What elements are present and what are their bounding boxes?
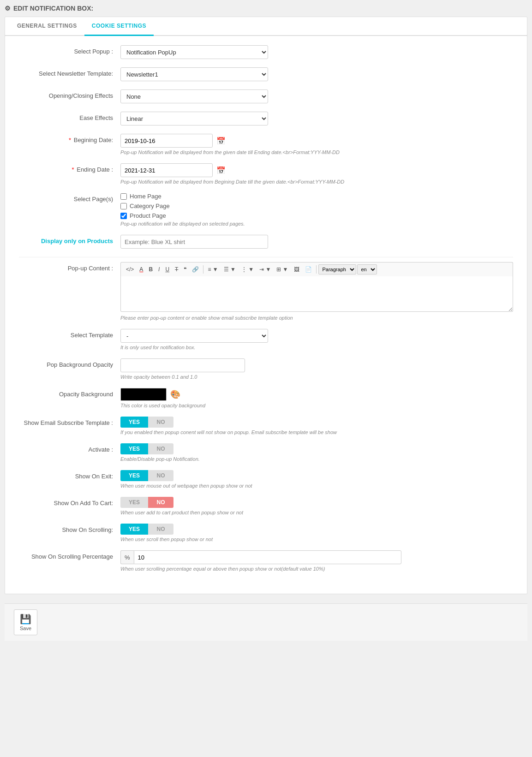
beginning-date-label: * Begining Date: (19, 134, 120, 143)
display-products-content (120, 235, 513, 249)
show-on-scrolling-no-btn[interactable]: NO (148, 524, 173, 535)
tab-cookie-settings[interactable]: COOKIE SETTINGS (84, 17, 154, 36)
pct-prefix: % (120, 550, 134, 564)
show-email-no-btn[interactable]: NO (148, 417, 173, 428)
tab-general-settings[interactable]: GENERAL SETTINGS (10, 17, 84, 36)
select-popup-dropdown[interactable]: Notification PopUp Newsletter PopUp Exit… (120, 45, 268, 59)
toolbar-file-btn[interactable]: 📄 (303, 265, 314, 274)
select-newsletter-row: Select Newsletter Template: Newsletter1 … (19, 67, 513, 81)
color-picker-icon[interactable]: 🎨 (170, 389, 180, 399)
toolbar-bold-btn[interactable]: B (146, 265, 155, 274)
toolbar-list-ul-btn[interactable]: ☰ ▼ (221, 265, 238, 274)
toolbar-underline-btn[interactable]: U (163, 265, 172, 274)
ease-effects-content: Linear Ease Ease In Ease Out (120, 112, 513, 125)
select-newsletter-dropdown[interactable]: Newsletter1 Newsletter2 (120, 67, 268, 81)
save-label: Save (20, 626, 31, 631)
activate-no-btn[interactable]: NO (148, 443, 173, 454)
bottom-bar: 💾 Save (5, 603, 527, 641)
select-popup-row: Select Popup : Notification PopUp Newsle… (19, 45, 513, 59)
toolbar-code-btn[interactable]: </> (124, 265, 136, 274)
show-on-exit-toggle: YES NO (120, 470, 513, 481)
page-title: ⚙ EDIT NOTIFICATION BOX: (5, 5, 527, 12)
display-products-link[interactable]: Display only on Products (19, 235, 120, 244)
beginning-date-content: 📅 Pop-up Notification will be displayed … (120, 134, 513, 155)
select-popup-label: Select Popup : (19, 45, 120, 55)
main-panel: GENERAL SETTINGS COOKIE SETTINGS Select … (5, 17, 527, 594)
beginning-date-input[interactable] (120, 134, 213, 148)
ending-date-input[interactable] (120, 163, 213, 177)
toolbar-indent-btn[interactable]: ⇥ ▼ (257, 265, 273, 274)
toolbar-sep-2 (316, 265, 317, 274)
select-template-row: Select Template - Template 1 Template 2 … (19, 329, 513, 350)
show-on-exit-row: Show On Exit: YES NO When user mouse out… (19, 470, 513, 489)
activate-content: YES NO Enable/Disable pop-up Notificatio… (120, 443, 513, 462)
show-on-exit-no-btn[interactable]: NO (148, 470, 173, 481)
toolbar-italic-btn[interactable]: I (156, 265, 162, 274)
form-body: Select Popup : Notification PopUp Newsle… (5, 36, 527, 594)
beginning-date-row: * Begining Date: 📅 Pop-up Notification w… (19, 134, 513, 155)
show-add-to-cart-label: Show On Add To Cart: (19, 497, 120, 507)
checkbox-product-input[interactable] (120, 213, 127, 219)
opacity-bg-hint: This color is used opacity background (120, 403, 513, 408)
scrolling-pct-content: % When user scrolling percentage equal o… (120, 550, 513, 572)
checkbox-group: Home Page Category Page Product Page (120, 193, 513, 219)
checkbox-product[interactable]: Product Page (120, 212, 513, 219)
select-pages-row: Select Page(s) Home Page Category Page (19, 193, 513, 227)
show-on-scrolling-row: Show On Scrolling: YES NO When user scro… (19, 524, 513, 542)
ease-effects-dropdown[interactable]: Linear Ease Ease In Ease Out (120, 112, 268, 125)
show-on-scrolling-yes-btn[interactable]: YES (120, 524, 148, 535)
show-add-to-cart-yes-btn[interactable]: YES (120, 497, 148, 508)
show-on-exit-hint: When user mouse out of webpage then popu… (120, 483, 513, 489)
opacity-label: Pop Background Opacity (19, 358, 120, 368)
scrolling-pct-input-row: % (120, 550, 513, 564)
calendar-icon[interactable]: 📅 (216, 137, 226, 145)
scrolling-pct-label: Show On Scrolling Percentage (19, 550, 120, 560)
toolbar-paragraph-select[interactable]: Paragraph Heading 1 Heading 2 (318, 264, 356, 274)
checkbox-product-label: Product Page (130, 212, 166, 219)
toolbar-image-btn[interactable]: 🖼 (292, 265, 302, 274)
activate-yes-btn[interactable]: YES (120, 443, 148, 454)
popup-content-textarea[interactable] (120, 276, 513, 312)
toolbar-list-ol-btn[interactable]: ⋮ ▼ (239, 265, 256, 274)
activate-toggle: YES NO (120, 443, 513, 454)
toolbar-lang-select[interactable]: en fr (357, 264, 377, 274)
popup-content-hint: Please enter pop-up content or enable sh… (120, 315, 513, 321)
editor-toolbar: </> A B I U T ❝ 🔗 ≡ ▼ ☰ ▼ ⋮ ▼ ⇥ ▼ ⊞ ▼ (120, 262, 513, 276)
show-on-exit-content: YES NO When user mouse out of webpage th… (120, 470, 513, 489)
toolbar-sep-1 (203, 265, 203, 274)
beginning-date-hint: Pop-up Notification will be displayed fr… (120, 149, 513, 155)
save-button[interactable]: 💾 Save (14, 609, 37, 635)
show-email-toggle: YES NO (120, 417, 513, 428)
toolbar-align-btn[interactable]: ≡ ▼ (205, 265, 220, 274)
product-search-input[interactable] (120, 235, 268, 249)
checkbox-home-input[interactable] (120, 193, 127, 200)
color-swatch (120, 388, 167, 401)
toolbar-font-color-btn[interactable]: A (137, 265, 145, 274)
toolbar-table-btn[interactable]: ⊞ ▼ (274, 265, 290, 274)
select-template-dropdown[interactable]: - Template 1 Template 2 (120, 329, 268, 343)
scrolling-pct-hint: When user scrolling percentage equal or … (120, 566, 513, 572)
select-newsletter-label: Select Newsletter Template: (19, 67, 120, 77)
show-email-content: YES NO If you enabled then popup conent … (120, 417, 513, 435)
toolbar-link-btn[interactable]: 🔗 (190, 265, 201, 274)
show-add-to-cart-no-btn[interactable]: NO (148, 497, 173, 508)
checkbox-home[interactable]: Home Page (120, 193, 513, 200)
scrolling-pct-input[interactable] (134, 550, 401, 564)
calendar-icon-end[interactable]: 📅 (216, 166, 226, 175)
ending-date-wrap: 📅 (120, 163, 513, 177)
checkbox-category[interactable]: Category Page (120, 203, 513, 209)
opening-effects-row: Opening/Closing Effects None Fade Slide (19, 89, 513, 103)
select-pages-content: Home Page Category Page Product Page Pop… (120, 193, 513, 227)
show-email-yes-btn[interactable]: YES (120, 417, 148, 428)
toolbar-strikethrough-btn[interactable]: T (173, 265, 180, 274)
toolbar-blockquote-btn[interactable]: ❝ (181, 265, 189, 274)
show-add-to-cart-toggle: YES NO (120, 497, 513, 508)
ease-effects-row: Ease Effects Linear Ease Ease In Ease Ou… (19, 112, 513, 125)
ending-date-content: 📅 Pop-up Notification will be displayed … (120, 163, 513, 185)
show-add-to-cart-hint: When user add to cart product then popup… (120, 510, 513, 515)
checkbox-category-input[interactable] (120, 203, 127, 209)
opening-effects-dropdown[interactable]: None Fade Slide (120, 89, 268, 103)
opacity-input[interactable] (120, 358, 245, 372)
activate-hint: Enable/Disable pop-up Notification. (120, 456, 513, 462)
show-on-exit-yes-btn[interactable]: YES (120, 470, 148, 481)
